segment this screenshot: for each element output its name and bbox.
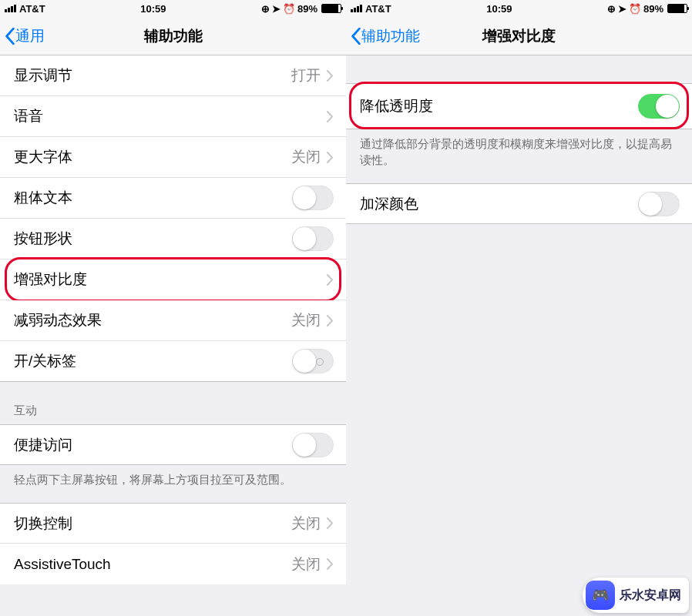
- row-label: AssistiveTouch: [14, 556, 111, 573]
- row-assistive-touch[interactable]: AssistiveTouch 关闭: [0, 544, 346, 584]
- watermark-text: 乐水安卓网: [620, 588, 681, 604]
- battery-icon: [667, 4, 687, 13]
- battery-icon: [321, 4, 341, 13]
- toggle-reachability[interactable]: [292, 433, 334, 457]
- row-display-accommodations[interactable]: 显示调节 打开: [0, 55, 346, 96]
- battery-pct: 89%: [297, 3, 317, 15]
- toggle-onoff-labels[interactable]: [292, 349, 334, 373]
- row-label: 加深颜色: [360, 194, 418, 214]
- row-value: 关闭: [291, 514, 321, 534]
- chevron-right-icon: [327, 111, 334, 122]
- row-darken-colors[interactable]: 加深颜色: [346, 183, 692, 224]
- chevron-right-icon: [327, 315, 334, 326]
- phone-left: AT&T 10:59 ⊕ ➤ ⏰ 89% 通用 辅助功能 显示调节 打开 语音: [0, 0, 346, 616]
- battery-pct: 89%: [643, 3, 663, 15]
- row-label: 更大字体: [14, 147, 72, 167]
- row-larger-text[interactable]: 更大字体 关闭: [0, 137, 346, 178]
- row-button-shapes[interactable]: 按钮形状: [0, 219, 346, 259]
- row-label: 增强对比度: [14, 270, 87, 290]
- row-label: 按钮形状: [14, 229, 72, 249]
- toggle-bold-text[interactable]: [292, 186, 334, 210]
- status-bar: AT&T 10:59 ⊕ ➤ ⏰ 89%: [0, 0, 346, 17]
- row-value: 关闭: [291, 147, 321, 167]
- alarm-icon: ⏰: [629, 3, 641, 15]
- row-reachability[interactable]: 便捷访问: [0, 424, 346, 465]
- clock: 10:59: [140, 3, 166, 15]
- row-value: 关闭: [291, 310, 321, 330]
- row-label: 切换控制: [14, 514, 72, 534]
- clock: 10:59: [486, 3, 512, 15]
- signal-icon: [5, 5, 16, 12]
- toggle-button-shapes[interactable]: [292, 226, 334, 251]
- section-header-interaction: 互动: [0, 382, 346, 424]
- toggle-darken-colors[interactable]: [638, 192, 680, 216]
- row-reduce-transparency[interactable]: 降低透明度: [346, 83, 692, 129]
- status-bar: AT&T 10:59 ⊕ ➤ ⏰ 89%: [346, 0, 692, 17]
- back-label: 通用: [15, 26, 45, 46]
- chevron-right-icon: [327, 274, 334, 286]
- row-reduce-motion[interactable]: 减弱动态效果 关闭: [0, 300, 346, 341]
- signal-icon: [351, 5, 362, 12]
- reachability-note: 轻点两下主屏幕按钮，将屏幕上方项目拉至可及范围。: [0, 465, 346, 503]
- chevron-right-icon: [327, 70, 334, 82]
- transparency-note: 通过降低部分背景的透明度和模糊度来增强对比度，以提高易读性。: [346, 129, 692, 183]
- carrier-label: AT&T: [19, 3, 45, 15]
- watermark-logo-icon: 🎮: [586, 581, 615, 610]
- carrier-label: AT&T: [365, 3, 391, 15]
- chevron-right-icon: [327, 152, 334, 163]
- row-onoff-labels[interactable]: 开/关标签: [0, 341, 346, 382]
- rotation-lock-icon: ⊕: [261, 3, 270, 15]
- back-label: 辅助功能: [361, 26, 420, 46]
- row-speech[interactable]: 语音: [0, 96, 346, 137]
- location-icon: ➤: [272, 3, 280, 15]
- settings-list: 显示调节 打开 语音 更大字体 关闭 粗体文本 按钮形状: [0, 55, 346, 382]
- row-bold-text[interactable]: 粗体文本: [0, 178, 346, 219]
- watermark: 🎮 乐水安卓网: [583, 578, 689, 613]
- row-label: 开/关标签: [14, 351, 76, 371]
- row-switch-control[interactable]: 切换控制 关闭: [0, 503, 346, 544]
- chevron-left-icon: [351, 28, 361, 45]
- chevron-left-icon: [5, 28, 15, 45]
- nav-bar: 通用 辅助功能: [0, 17, 346, 55]
- alarm-icon: ⏰: [283, 3, 295, 15]
- row-label: 显示调节: [14, 65, 72, 85]
- page-title: 增强对比度: [482, 26, 556, 46]
- rotation-lock-icon: ⊕: [607, 3, 616, 15]
- phone-right: AT&T 10:59 ⊕ ➤ ⏰ 89% 辅助功能 增强对比度 降低透明度 通过…: [346, 0, 692, 616]
- row-label: 粗体文本: [14, 188, 72, 208]
- back-button[interactable]: 辅助功能: [351, 17, 420, 55]
- location-icon: ➤: [618, 3, 626, 15]
- nav-bar: 辅助功能 增强对比度: [346, 17, 692, 55]
- row-label: 降低透明度: [360, 96, 433, 116]
- back-button[interactable]: 通用: [5, 17, 45, 55]
- row-label: 语音: [14, 106, 43, 126]
- row-value: 打开: [291, 65, 321, 85]
- toggle-reduce-transparency[interactable]: [638, 94, 680, 119]
- row-label: 减弱动态效果: [14, 310, 102, 330]
- chevron-right-icon: [327, 558, 334, 570]
- row-value: 关闭: [291, 554, 321, 574]
- row-increase-contrast[interactable]: 增强对比度: [0, 259, 346, 300]
- chevron-right-icon: [327, 517, 334, 529]
- page-title: 辅助功能: [144, 26, 203, 46]
- row-label: 便捷访问: [14, 435, 72, 455]
